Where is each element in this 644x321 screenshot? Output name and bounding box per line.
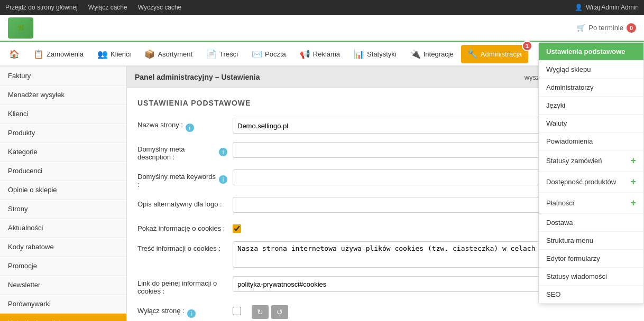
nav-administracja-label: Administracja: [481, 50, 522, 58]
sidebar: Faktury Menadżer wysyłek Klienci Produkt…: [0, 67, 127, 321]
nav-reklama-label: Reklama: [313, 50, 340, 58]
label-tresc-cookies: Treść informacji o cookies :: [137, 241, 227, 252]
link-home[interactable]: Przejdź do strony głównej: [5, 4, 78, 11]
checkbox-pokaz-cookies[interactable]: [233, 224, 241, 233]
link-disable-cache[interactable]: Wyłącz cache: [88, 4, 127, 11]
nav-klienci-label: Klienci: [111, 50, 131, 58]
admin-dropdown: Ustawienia podstawowe Wygląd sklepu Admi…: [538, 42, 644, 304]
home-icon: 🏠: [9, 49, 20, 59]
nav-asortyment-label: Asortyment: [158, 50, 192, 58]
dropdown-waluty[interactable]: Waluty: [539, 115, 643, 133]
nav-zamowienia-label: Zamówienia: [47, 50, 84, 58]
sidebar-item-newsletter[interactable]: Newsletter: [0, 276, 126, 295]
dropdown-platnosci-label: Płatności: [546, 199, 574, 207]
asortyment-icon: 📦: [144, 49, 155, 59]
nav-bar: 🏠 📋 Zamówienia 👥 Klienci 📦 Asortyment 📄 …: [0, 42, 644, 67]
dropdown-waluty-label: Waluty: [546, 119, 567, 127]
info-icon-meta-keywords: i: [219, 175, 227, 184]
dropdown-dostawa[interactable]: Dostawa: [539, 214, 643, 232]
zamowienia-icon: 📋: [33, 49, 44, 59]
poczta-icon: ✉️: [252, 49, 262, 59]
sidebar-item-porownywarka[interactable]: Porównywarki: [0, 295, 126, 314]
dropdown-wyglad-sklepu[interactable]: Wygląd sklepu: [539, 61, 643, 79]
dropdown-ustawienia-podstawowe[interactable]: Ustawienia podstawowe: [539, 43, 643, 61]
dropdown-administratorzy-label: Administratorzy: [546, 83, 594, 91]
administracja-icon: 🔧: [467, 49, 478, 59]
reklama-icon: 📢: [300, 49, 310, 59]
nav-home[interactable]: 🏠: [3, 45, 26, 63]
dropdown-edytor-formularzy[interactable]: Edytor formularzy: [539, 250, 643, 268]
sidebar-item-faktury[interactable]: Faktury: [0, 67, 126, 86]
dropdown-struktura-menu[interactable]: Struktura menu: [539, 232, 643, 250]
logo: 🌿: [8, 17, 33, 39]
sidebar-item-aktualnosci[interactable]: Aktualności: [0, 219, 126, 238]
nav-integracje[interactable]: 🔌 Integracje: [404, 45, 460, 63]
user-label: Witaj Admin Admin: [586, 4, 639, 11]
dropdown-powiadomienia-label: Powiadomienia: [546, 137, 593, 145]
dropdown-powiadomienia[interactable]: Powiadomienia: [539, 133, 643, 150]
label-wylacz-strone-text: Wyłącz stronę :: [137, 307, 185, 315]
label-wylacz-strone: Wyłącz stronę : i: [137, 304, 227, 318]
sidebar-item-promocje[interactable]: Promocje: [0, 257, 126, 276]
sidebar-item-klienci[interactable]: Klienci: [0, 105, 126, 124]
dropdown-dostepnosc-produktow-label: Dostępność produktów: [546, 178, 616, 186]
label-link-cookies: Link do pełnej informacji o cookies :: [137, 276, 227, 295]
dropdown-struktura-menu-label: Struktura menu: [546, 237, 593, 244]
sidebar-item-menadzer-wysylek[interactable]: Menadżer wysyłek: [0, 86, 126, 105]
nav-poczta-label: Poczta: [265, 50, 286, 58]
sidebar-item-kody-rabatowe[interactable]: Kody rabatowe: [0, 238, 126, 257]
dropdown-platnosci[interactable]: Płatności +: [539, 193, 643, 214]
page-title: Panel administracyjny – Ustawienia: [135, 73, 260, 81]
label-opis-logo: Opis alternatywny dla logo :: [137, 197, 227, 208]
dropdown-seo[interactable]: SEO: [539, 286, 643, 304]
top-bar-user: 👤 Witaj Admin Admin: [575, 4, 639, 11]
tresci-icon: 📄: [206, 49, 217, 59]
nav-tresci[interactable]: 📄 Treści: [200, 45, 244, 63]
top-bar: Przejdź do strony głównej Wyłącz cache W…: [0, 0, 644, 15]
sidebar-item-strony[interactable]: Strony: [0, 200, 126, 219]
nav-zamowienia[interactable]: 📋 Zamówienia: [27, 45, 90, 63]
dropdown-dostepnosc-produktow[interactable]: Dostępność produktów +: [539, 172, 643, 193]
nav-klienci[interactable]: 👥 Klienci: [91, 45, 137, 63]
rotate-right-button[interactable]: ↺: [271, 305, 288, 319]
checkbox-wylacz-strone[interactable]: [233, 307, 241, 315]
info-icon-wylacz-strone: i: [187, 309, 196, 318]
cart-status: 🛒 Po terminie 0: [577, 23, 636, 33]
plus-icon-dostepnosc: +: [630, 176, 636, 187]
label-nazwa-text: Nazwa strony :: [137, 121, 183, 129]
top-bar-links: Przejdź do strony głównej Wyłącz cache W…: [5, 4, 181, 11]
label-meta-keywords-text: Domyślny meta keywords :: [137, 173, 216, 188]
user-icon: 👤: [575, 4, 583, 11]
plus-icon-statusy: +: [630, 155, 636, 166]
nav-asortyment[interactable]: 📦 Asortyment: [138, 45, 199, 63]
label-nazwa: Nazwa strony : i: [137, 118, 227, 132]
nav-statystyki[interactable]: 📊 Statystyki: [347, 45, 403, 63]
dropdown-jezyki-label: Języki: [546, 101, 565, 109]
nav-administracja-wrapper: 🔧 Administracja 1: [461, 45, 528, 63]
logo-area: 🌿: [8, 17, 71, 39]
cart-icon: 🛒: [577, 24, 585, 32]
nav-administracja[interactable]: 🔧 Administracja: [461, 45, 528, 63]
dropdown-administratorzy[interactable]: Administratorzy: [539, 79, 643, 97]
dropdown-seo-label: SEO: [546, 290, 560, 298]
rotate-left-button[interactable]: ↻: [252, 305, 269, 319]
nav-poczta[interactable]: ✉️ Poczta: [245, 45, 292, 63]
sidebar-item-kategorie[interactable]: Kategorie: [0, 143, 126, 162]
info-icon-meta-desc: i: [219, 148, 227, 156]
admin-badge: 1: [522, 41, 532, 51]
plus-icon-platnosci: +: [630, 197, 636, 209]
dropdown-dostawa-label: Dostawa: [546, 219, 573, 226]
dropdown-statusy-zamowien[interactable]: Statusy zamówień +: [539, 150, 643, 172]
dropdown-edytor-formularzy-label: Edytor formularzy: [546, 254, 600, 262]
nav-reklama[interactable]: 📢 Reklama: [293, 45, 346, 63]
dropdown-statusy-wiadomosci[interactable]: Statusy wiadomości: [539, 268, 643, 286]
sidebar-item-ustawienia[interactable]: Ustawienia podstawowe: [0, 314, 126, 321]
label-pokaz-cookies: Pokaż informację o cookies :: [137, 221, 227, 232]
dropdown-ustawienia-podstawowe-label: Ustawienia podstawowe: [546, 48, 625, 55]
dropdown-jezyki[interactable]: Języki: [539, 97, 643, 115]
sidebar-item-opinie[interactable]: Opinie o sklepie: [0, 181, 126, 200]
cart-label: Po terminie: [588, 24, 623, 32]
sidebar-item-producenci[interactable]: Producenci: [0, 162, 126, 181]
link-clear-cache[interactable]: Wyczyść cache: [138, 4, 182, 11]
sidebar-item-produkty[interactable]: Produkty: [0, 124, 126, 143]
